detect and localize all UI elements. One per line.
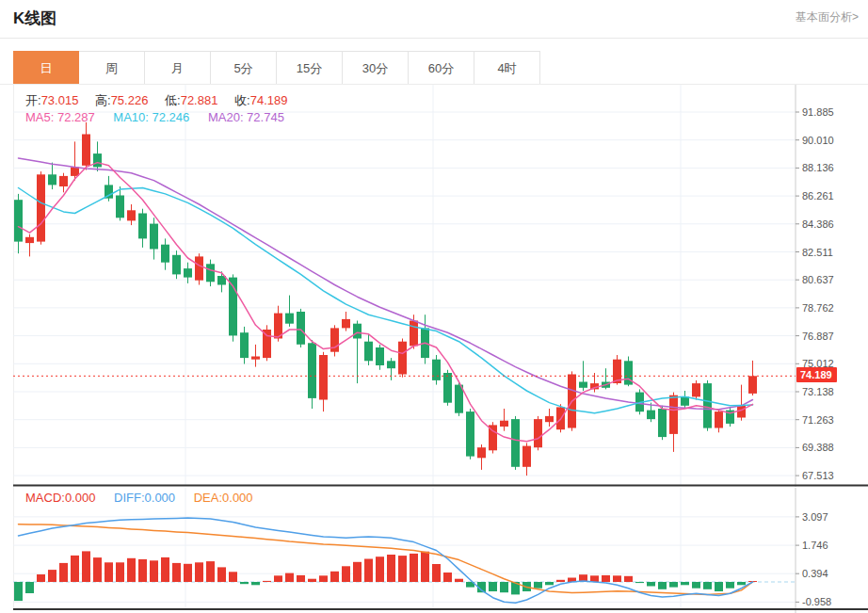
kline-page: K线图 基本面分析> 日 周 月 5分 15分 30分 60分 4时 91.88… [0,0,868,613]
macd-value: MACD:0.000 [25,491,95,505]
tab-15min[interactable]: 15分 [277,51,343,85]
svg-text:76.887: 76.887 [802,331,834,342]
tab-5min[interactable]: 5分 [211,51,277,85]
svg-text:0.394: 0.394 [802,568,828,579]
svg-text:90.010: 90.010 [802,135,834,146]
close-label: 收: [234,93,250,107]
low-value: 72.881 [181,93,218,107]
ma5-value: MA5: 72.287 [25,110,95,124]
svg-text:82.511: 82.511 [802,247,833,258]
high-label: 高: [95,93,111,107]
low-label: 低: [165,93,181,107]
page-title: K线图 [13,8,56,29]
svg-text:67.513: 67.513 [802,470,834,481]
svg-text:84.386: 84.386 [802,218,834,230]
open-value: 73.015 [41,93,79,107]
ma-legend: MA5: 72.287 MA10: 72.246 MA20: 72.745 [25,110,299,124]
svg-text:3.097: 3.097 [802,511,828,523]
svg-text:1.746: 1.746 [802,540,828,551]
tab-4hour[interactable]: 4时 [474,51,540,85]
ma20-value: MA20: 72.745 [208,110,284,124]
svg-text:-0.958: -0.958 [802,596,831,607]
macd-gridlines [13,488,796,609]
svg-text:91.885: 91.885 [802,106,834,118]
current-price-badge: 74.189 [796,367,837,382]
main-gridlines [13,85,796,485]
svg-text:86.261: 86.261 [802,190,834,202]
period-tabs: 日 周 月 5分 15分 30分 60分 4时 [13,51,540,85]
tab-30min[interactable]: 30分 [343,51,409,85]
macd-y-axis: 3.0971.7460.394-0.958 [796,488,831,613]
close-value: 74.189 [250,93,288,107]
svg-text:88.136: 88.136 [802,162,834,173]
tab-week[interactable]: 周 [79,51,145,85]
svg-text:69.388: 69.388 [802,442,834,453]
main-y-axis: 91.88590.01088.13686.26184.38682.51180.6… [796,85,834,487]
high-value: 75.226 [111,93,149,107]
svg-text:71.263: 71.263 [802,414,834,426]
ohlc-legend: 开:73.015 高:75.226 低:72.881 收:74.189 [25,92,300,109]
ma10-value: MA10: 72.246 [113,110,189,124]
macd-chart-canvas[interactable]: 3.0971.7460.394-0.958 [13,488,868,613]
header-divider [0,38,868,39]
tab-60min[interactable]: 60分 [409,51,474,85]
main-chart-canvas[interactable]: 91.88590.01088.13686.26184.38682.51180.6… [13,85,868,491]
candles [14,122,757,476]
open-label: 开: [25,93,41,107]
tab-month[interactable]: 月 [145,51,211,85]
svg-text:80.637: 80.637 [802,274,834,285]
fundamental-analysis-link[interactable]: 基本面分析> [796,9,859,25]
macd-legend: MACD:0.000 DIFF:0.000 DEA:0.000 [25,491,268,505]
tab-day[interactable]: 日 [13,51,79,85]
svg-text:73.138: 73.138 [802,386,834,397]
dea-value: DEA:0.000 [194,491,253,505]
diff-value: DIFF:0.000 [114,491,175,505]
svg-text:78.762: 78.762 [802,302,834,314]
